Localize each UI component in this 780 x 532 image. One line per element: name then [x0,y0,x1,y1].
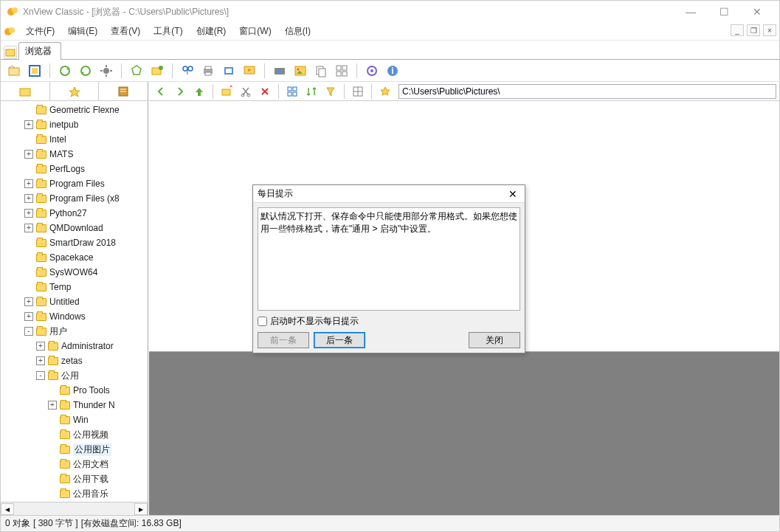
dialog-prev-button[interactable]: 前一条 [258,332,309,348]
dialog-close-icon[interactable]: ✕ [505,188,520,200]
refresh-alt-icon[interactable] [77,62,94,80]
menu-view[interactable]: 查看(V) [105,24,146,39]
tree-item[interactable]: +Win [1,412,148,427]
grid-icon[interactable] [333,62,351,80]
nav-forward-icon[interactable] [171,83,189,100]
sidebar-folder-icon[interactable] [1,82,50,100]
mdi-restore[interactable]: ❐ [747,24,760,36]
tree-item[interactable]: -用户 [1,324,148,339]
camera-icon[interactable] [271,62,289,80]
tree-item[interactable]: +Spacekace [1,250,148,265]
tree-item[interactable]: +公用视频 [1,427,148,442]
menu-window[interactable]: 窗口(W) [233,24,277,39]
image-icon[interactable] [291,62,309,80]
expand-icon[interactable]: + [24,150,33,159]
dialog-titlebar[interactable]: 每日提示 ✕ [253,185,525,203]
info-icon[interactable]: i [384,62,401,80]
expand-icon[interactable]: + [24,194,33,203]
expand-icon[interactable]: + [24,224,33,232]
tree-item[interactable]: +公用下载 [1,471,148,486]
tree-item[interactable]: +公用文档 [1,457,148,471]
nav-view-icon[interactable] [283,83,301,100]
expand-icon[interactable]: + [36,356,45,365]
tree-item[interactable]: +Program Files [1,176,148,191]
menu-file[interactable]: 文件(F) [20,24,61,39]
mdi-minimize[interactable]: _ [731,24,744,36]
slideshow-icon[interactable] [241,62,258,80]
tree-item[interactable]: +PerfLogs [1,162,148,176]
preview-area[interactable] [149,352,779,515]
scroll-right-icon[interactable]: ▸ [134,503,148,515]
nav-favorite-icon[interactable] [376,83,394,100]
sidebar-hscroll[interactable]: ◂ ▸ [1,502,148,515]
nav-cut-icon[interactable] [237,83,255,100]
menu-create[interactable]: 创建(R) [190,24,232,39]
tree-item[interactable]: +Administrator [1,339,148,353]
collapse-icon[interactable]: - [36,371,45,380]
mdi-close[interactable]: × [763,24,776,36]
maximize-button[interactable]: ☐ [708,1,740,22]
tree-item[interactable]: +MATS [1,147,148,162]
expand-icon[interactable]: + [36,342,45,350]
dialog-next-button[interactable]: 后一条 [314,332,365,348]
menu-info[interactable]: 信息(I) [279,24,317,39]
dialog-dont-show-checkbox[interactable]: 启动时不显示每日提示 [258,315,520,328]
tab-browser[interactable]: 浏览器 [18,42,61,60]
minimize-button[interactable]: — [674,1,707,22]
nav-layout-icon[interactable] [349,83,367,100]
refresh-icon[interactable] [56,62,74,80]
tree-item[interactable]: +Thunder N [1,398,148,412]
tree-item[interactable]: +SysWOW64 [1,265,148,280]
nav-delete-icon[interactable] [256,83,274,100]
tree-item[interactable]: +QMDownload [1,221,148,235]
folder-icon [36,195,46,203]
tree-item[interactable]: +inetpub [1,117,148,132]
recycle-icon[interactable] [128,62,145,80]
gear-icon[interactable] [97,62,115,80]
tree-item[interactable]: +SmartDraw 2018 [1,235,148,250]
expand-icon[interactable]: + [24,297,33,306]
nav-newfolder-icon[interactable]: * [218,83,235,100]
tree-item[interactable]: +Pro Tools [1,383,148,398]
search-icon[interactable] [179,62,196,80]
tree-item[interactable]: +公用音乐 [1,486,148,501]
nav-up-icon[interactable] [190,83,208,100]
expand-icon[interactable]: + [48,401,57,410]
tree-item[interactable]: +Untitled [1,294,148,309]
tree-item[interactable]: +Geometric Flexne [1,103,148,117]
menu-tools[interactable]: 工具(T) [148,24,188,39]
tree-item[interactable]: -公用 [1,368,148,383]
folder-new-icon[interactable] [148,62,166,80]
open-icon[interactable] [5,62,23,80]
tree-item[interactable]: +Python27 [1,206,148,221]
tree-item[interactable]: +Windows [1,309,148,324]
expand-icon[interactable]: + [24,312,33,321]
settings-icon[interactable] [363,62,381,80]
nav-sort-icon[interactable] [303,83,320,100]
scan-icon[interactable] [220,62,238,80]
tree-item[interactable]: +Program Files (x8 [1,191,148,206]
copy-icon[interactable] [312,62,330,80]
menu-edit[interactable]: 编辑(E) [62,24,103,39]
expand-icon[interactable]: + [24,179,33,188]
checkbox-input[interactable] [258,317,267,326]
nav-filter-icon[interactable] [322,83,339,100]
folder-tree[interactable]: +Geometric Flexne+inetpub+Intel+MATS+Per… [1,101,148,502]
tabbar-icon[interactable] [4,46,17,59]
tree-item[interactable]: +zetas [1,353,148,368]
print-icon[interactable] [199,62,217,80]
scroll-left-icon[interactable]: ◂ [1,503,14,515]
tree-item[interactable]: +Intel [1,132,148,147]
close-button[interactable]: ✕ [741,1,773,22]
sidebar-catalog-icon[interactable] [99,82,148,100]
tree-item[interactable]: +公用图片 [1,442,148,457]
expand-icon[interactable]: + [24,209,33,218]
tree-item[interactable]: +Temp [1,280,148,294]
address-input[interactable] [398,84,776,99]
dialog-close-button[interactable]: 关闭 [469,332,520,348]
sidebar-favorite-icon[interactable] [50,82,100,100]
fullscreen-icon[interactable] [26,62,44,80]
collapse-icon[interactable]: - [24,327,33,336]
expand-icon[interactable]: + [24,120,33,129]
nav-back-icon[interactable] [152,83,170,100]
